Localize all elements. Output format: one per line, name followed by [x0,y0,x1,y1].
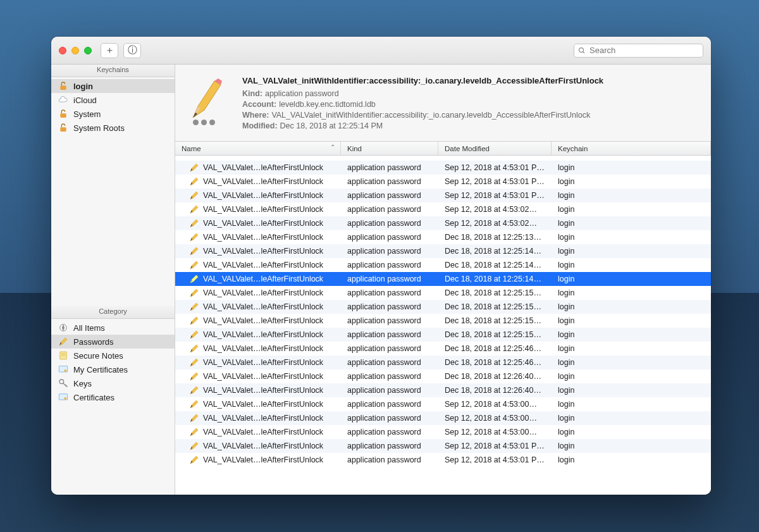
item-kind: application password [341,372,438,381]
table-row[interactable]: VAL_VALValet…leAfterFirstUnlockapplicati… [175,272,711,286]
column-header-name[interactable]: Name [175,142,341,155]
item-kind: application password [341,428,438,436]
pencil-icon [189,218,199,228]
table-row[interactable]: VAL_VALValet…leAfterFirstUnlockapplicati… [175,175,711,189]
sidebar-title-keychains: Keychains [51,65,175,77]
svg-line-1 [583,51,585,53]
table-row[interactable]: VAL_VALValet…leAfterFirstUnlockapplicati… [175,369,711,383]
table-row[interactable]: VAL_VALValet…leAfterFirstUnlockapplicati… [175,453,711,467]
item-date: Dec 18, 2018 at 12:25:15… [438,316,552,325]
item-keychain: login [552,414,711,423]
zoom-window-button[interactable] [84,47,92,54]
sidebar-item-label: System [73,109,101,119]
pencil-icon [189,260,199,270]
sidebar: Keychains loginiCloudSystemSystem Roots … [51,65,175,495]
item-detail-text: VAL_VALValet_initWithIdentifier:accessib… [242,76,700,132]
table-row[interactable]: VAL_VALValet…leAfterFirstUnlockapplicati… [175,411,711,425]
table-row[interactable]: VAL_VALValet…leAfterFirstUnlockapplicati… [175,230,711,244]
item-keychain: login [552,344,711,353]
pencil-icon [189,163,199,173]
column-header-date[interactable]: Date Modified [438,142,552,155]
item-name: VAL_VALValet…leAfterFirstUnlock [203,205,323,214]
table-row[interactable]: VAL_VALValet…leAfterFirstUnlockapplicati… [175,397,711,411]
table-row[interactable]: VAL_VALValet…leAfterFirstUnlockapplicati… [175,328,711,342]
item-keychain: login [552,330,711,339]
sidebar-keychain-login[interactable]: login [51,79,175,93]
sidebar-category-keys[interactable]: Keys [51,376,175,390]
table-row[interactable]: VAL_VALValet…leAfterFirstUnlockapplicati… [175,439,711,453]
item-date: Sep 12, 2018 at 4:53:00… [438,428,552,436]
note-icon [58,350,69,361]
cloud-icon [58,96,69,104]
sidebar-keychain-icloud[interactable]: iCloud [51,93,175,107]
sidebar-keychain-system[interactable]: System [51,107,175,121]
column-header-kind[interactable]: Kind [341,142,438,155]
traffic-lights [59,47,92,54]
item-kind: application password [341,205,438,214]
pencil-icon [187,76,231,120]
item-date: Dec 18, 2018 at 12:25:14… [438,261,552,269]
pencil-icon [189,413,199,423]
item-kind: application password [341,455,438,464]
titlebar: ＋ ⓘ [51,37,711,65]
detail-key: Kind: [242,89,262,98]
table-row[interactable]: VAL_VALValet…leAfterFirstUnlockapplicati… [175,342,711,356]
item-date: Sep 12, 2018 at 4:53:02… [438,219,552,228]
sidebar-category-all-items[interactable]: All Items [51,321,175,335]
pencil-icon [189,274,199,284]
table-row[interactable]: VAL_VALValet…leAfterFirstUnlockapplicati… [175,425,711,439]
column-header-keychain[interactable]: Keychain [552,142,711,155]
svg-point-12 [64,369,66,372]
table-row[interactable]: VAL_VALValet…leAfterFirstUnlockapplicati… [175,202,711,216]
item-kind: application password [341,233,438,242]
item-date: Sep 12, 2018 at 4:53:01 P… [438,442,552,450]
table-row[interactable]: VAL_VALValet…leAfterFirstUnlockapplicati… [175,258,711,272]
item-keychain: login [552,288,711,297]
add-button[interactable]: ＋ [101,43,118,58]
table-row[interactable]: VAL_VALValet…leAfterFirstUnlockapplicati… [175,244,711,258]
sidebar-category-passwords[interactable]: Passwords [51,335,175,349]
svg-point-0 [579,47,584,52]
certificate-icon [58,393,69,402]
table-row[interactable]: VAL_VALValet…leAfterFirstUnlockapplicati… [175,189,711,202]
search-field[interactable] [574,44,703,58]
detail-row: Where:VAL_VALValet_initWithIdentifier:ac… [242,111,700,120]
sidebar-category-certificates[interactable]: Certificates [51,390,175,404]
pencil-icon [189,288,199,298]
info-button[interactable]: ⓘ [123,43,141,58]
item-name: VAL_VALValet…leAfterFirstUnlock [203,302,323,311]
item-keychain: login [552,358,711,367]
table-row[interactable]: VAL_VALValet…leAfterFirstUnlockapplicati… [175,314,711,328]
svg-marker-6 [59,338,67,345]
pencil-icon [189,455,199,465]
item-kind: application password [341,177,438,186]
pencil-icon [58,337,69,347]
item-date: Dec 18, 2018 at 12:25:46… [438,358,552,367]
item-keychain: login [552,233,711,242]
table-row[interactable]: VAL_VALValet…leAfterFirstUnlockapplicati… [175,161,711,175]
item-date: Dec 18, 2018 at 12:25:13… [438,233,552,242]
sidebar-keychain-system-roots[interactable]: System Roots [51,121,175,135]
table-row[interactable]: VAL_VALValet…leAfterFirstUnlockapplicati… [175,383,711,397]
table-row[interactable]: VAL_VALValet…leAfterFirstUnlockapplicati… [175,356,711,369]
table-body[interactable]: VAL_VALValet…leAfterFirstUnlockapplicati… [175,156,711,495]
pencil-icon [189,316,199,326]
item-kind: application password [341,344,438,353]
svg-rect-4 [60,127,66,132]
dots-icon [193,120,215,125]
item-name: VAL_VALValet…leAfterFirstUnlock [203,372,323,381]
item-kind: application password [341,330,438,339]
search-input[interactable] [589,46,699,55]
pencil-icon [189,204,199,214]
minimize-window-button[interactable] [71,47,79,54]
table-row[interactable]: VAL_VALValet…leAfterFirstUnlockapplicati… [175,286,711,300]
sidebar-category-secure-notes[interactable]: Secure Notes [51,349,175,362]
table-row[interactable]: VAL_VALValet…leAfterFirstUnlockapplicati… [175,216,711,230]
pencil-icon [189,343,199,354]
table-row[interactable]: VAL_VALValet…leAfterFirstUnlockapplicati… [175,300,711,314]
item-name: VAL_VALValet…leAfterFirstUnlock [203,316,323,325]
item-kind: application password [341,386,438,395]
close-window-button[interactable] [59,47,66,54]
item-date: Sep 12, 2018 at 4:53:01 P… [438,455,552,464]
sidebar-category-my-certificates[interactable]: My Certificates [51,362,175,376]
